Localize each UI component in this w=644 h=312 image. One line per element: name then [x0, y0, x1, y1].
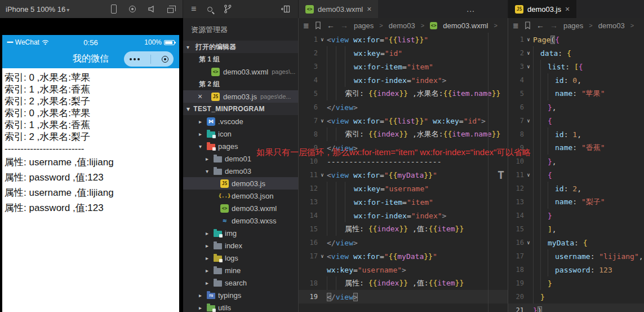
tree-item-index[interactable]: ▸index — [183, 239, 298, 252]
breadcrumb-item[interactable]: demo03 — [389, 21, 415, 30]
code-line-17[interactable]: 17∨<view wx:for="{{myData}}" — [299, 249, 508, 263]
code-line-5[interactable]: 5索引: {{index}} ,水果名:{{item.name}} — [299, 87, 508, 100]
code-line-18[interactable]: 18password: 123 — [508, 263, 644, 276]
tree-arrow-icon[interactable]: ▸ — [197, 292, 204, 298]
tree-arrow-icon[interactable]: ▾ — [197, 143, 204, 150]
project-root-header[interactable]: ▾ TEST_MINPROGRAM — [183, 103, 298, 115]
code-line-15[interactable]: 15属性: {{index}} ,值:{{item}} — [299, 222, 508, 236]
code-line-7[interactable]: 7∨<view wx:for="{{list}}" wx:key="id"> — [299, 114, 508, 128]
tree-arrow-icon[interactable]: ▾ — [203, 168, 211, 174]
tree-arrow-icon[interactable]: ▸ — [203, 255, 211, 261]
fold-chevron-icon[interactable]: ∨ — [318, 37, 327, 42]
code-line-11[interactable]: 11∨<view wx:for="{{myData}}" — [299, 168, 508, 182]
code-line-21[interactable]: 21}) — [508, 304, 644, 312]
bookmark-icon[interactable] — [525, 21, 531, 29]
close-icon[interactable]: × — [565, 5, 570, 14]
tree-arrow-icon[interactable]: ▸ — [203, 267, 211, 274]
tree-arrow-icon[interactable]: ▸ — [197, 305, 204, 311]
code-line-5[interactable]: 5name: "苹果" — [508, 87, 644, 100]
fold-chevron-icon[interactable]: ∨ — [318, 118, 327, 124]
fold-chevron-icon[interactable]: ∨ — [524, 50, 533, 56]
code-line-18[interactable]: 18属性: {{index}} ,值:{{item}} — [299, 276, 508, 290]
tree-item-demo03[interactable]: ▾demo03 — [183, 165, 298, 177]
tree-item-search[interactable]: ▸search — [183, 276, 298, 289]
split-editor-icon[interactable] — [281, 5, 290, 13]
tree-arrow-icon[interactable]: ▸ — [203, 156, 211, 162]
breadcrumb-item[interactable]: demo03 — [598, 21, 625, 30]
breadcrumb-item[interactable]: pages — [354, 21, 374, 30]
device-icon[interactable] — [111, 5, 117, 14]
fold-chevron-icon[interactable]: ∨ — [524, 240, 533, 245]
forward-arrow-icon[interactable]: → — [340, 21, 348, 30]
forward-arrow-icon[interactable]: → — [550, 21, 558, 30]
code-line-13[interactable]: 13wx:for-item="item" — [299, 195, 508, 209]
fold-chevron-icon[interactable]: ∨ — [524, 172, 533, 178]
code-line-8[interactable]: 8索引: {{index}} ,水果名:{{item.name}} — [299, 128, 508, 141]
code-line-6[interactable]: 6</view> — [299, 100, 508, 114]
tree-item-demo03.wxml[interactable]: <>demo03.wxml — [183, 202, 298, 214]
minimize-icon[interactable] — [162, 56, 168, 63]
tab-demo03-wxml[interactable]: <> demo03.wxml × — [299, 0, 378, 18]
code-line-14[interactable]: 14wx:for-index="index"> — [299, 209, 508, 222]
tree-item-icon[interactable]: ▸icon — [183, 128, 298, 140]
code-line-1[interactable]: 1∨<view wx:for="{{list}}" — [299, 33, 508, 46]
code-line-19[interactable]: 19</view> — [299, 290, 508, 304]
tree-item-demo03.wxss[interactable]: ≈demo03.wxss — [183, 214, 298, 227]
code-line-20[interactable]: 20} — [508, 290, 644, 304]
fold-chevron-icon[interactable]: ∨ — [318, 172, 327, 178]
record-icon[interactable] — [129, 6, 136, 12]
open-editors-header[interactable]: ▾ 打开的编辑器 — [183, 41, 298, 53]
breadcrumb-item[interactable]: pages — [563, 21, 583, 30]
close-icon[interactable]: × — [367, 5, 371, 14]
open-editor-item-demo03.js[interactable]: ×JSdemo03.jspages\de... — [183, 90, 298, 103]
tree-arrow-icon[interactable]: ▸ — [203, 243, 211, 249]
code-line-7[interactable]: 7∨{ — [508, 114, 644, 128]
fold-chevron-icon[interactable]: ∨ — [318, 253, 327, 259]
git-branch-icon[interactable] — [224, 5, 232, 14]
code-line-8[interactable]: 8id: 1, — [508, 128, 644, 141]
scrollbar-track[interactable] — [488, 33, 488, 312]
back-arrow-icon[interactable]: ← — [536, 21, 544, 30]
code-line-wrap[interactable]: wx:key="username"> — [299, 263, 508, 276]
code-line-6[interactable]: 6}, — [508, 100, 644, 114]
close-icon[interactable]: × — [198, 92, 202, 101]
tree-item-typings[interactable]: ▸TStypings — [183, 289, 298, 301]
search-icon[interactable] — [207, 7, 212, 12]
tree-arrow-icon[interactable]: ▸ — [197, 131, 204, 137]
breadcrumb-item[interactable]: demo03.wxml — [443, 21, 488, 30]
open-editor-item-demo03.wxml[interactable]: <>demo03.wxmlpages\... — [183, 65, 298, 78]
bookmark-icon[interactable] — [315, 21, 321, 29]
code-line-16[interactable]: 16∨myData: { — [508, 236, 644, 249]
tree-item-img[interactable]: ▸img — [183, 227, 298, 239]
code-line-14[interactable]: 14} — [508, 209, 644, 222]
code-line-2[interactable]: 2wx:key="id" — [299, 46, 508, 60]
tree-item-mine[interactable]: ▸mine — [183, 264, 298, 276]
more-actions-button[interactable]: ... — [467, 5, 475, 14]
menu-icon[interactable]: ≡ — [191, 5, 196, 14]
code-line-3[interactable]: 3∨list: [{ — [508, 60, 644, 73]
code-line-11[interactable]: 11∨{ — [508, 168, 644, 182]
js-code-area[interactable]: 1∨Page({2∨data: {3∨list: [{4id: 0,5name:… — [508, 33, 644, 312]
tree-arrow-icon[interactable]: ▸ — [203, 280, 211, 286]
tree-arrow-icon[interactable]: ▸ — [197, 118, 204, 125]
capsule-menu[interactable] — [124, 51, 174, 67]
code-line-3[interactable]: 3wx:for-item="item" — [299, 60, 508, 73]
tree-item-utils[interactable]: ▸utils — [183, 301, 298, 312]
tab-demo03-js[interactable]: JS demo03.js × — [508, 0, 576, 18]
fold-chevron-icon[interactable]: ∨ — [524, 64, 533, 69]
code-line-17[interactable]: 17username: "lijiang", — [508, 249, 644, 263]
code-line-12[interactable]: 12id: 2, — [508, 182, 644, 195]
code-line-2[interactable]: 2∨data: { — [508, 46, 644, 60]
tree-item-logs[interactable]: ▸logs — [183, 252, 298, 264]
fold-chevron-icon[interactable]: ∨ — [524, 37, 533, 42]
code-line-4[interactable]: 4wx:for-index="index"> — [299, 73, 508, 87]
code-line-13[interactable]: 13name: "梨子" — [508, 195, 644, 209]
mute-icon[interactable] — [148, 5, 156, 13]
more-menu-icon[interactable] — [130, 58, 140, 60]
outline-icon[interactable]: ≣ — [513, 21, 519, 30]
tree-item-demo03.js[interactable]: JSdemo03.js — [183, 177, 298, 190]
back-arrow-icon[interactable]: ← — [327, 21, 335, 30]
fold-chevron-icon[interactable]: ∨ — [524, 118, 533, 124]
tree-item-.vscode[interactable]: ▸⋈.vscode — [183, 115, 298, 128]
code-line-12[interactable]: 12wx:key="username" — [299, 182, 508, 195]
